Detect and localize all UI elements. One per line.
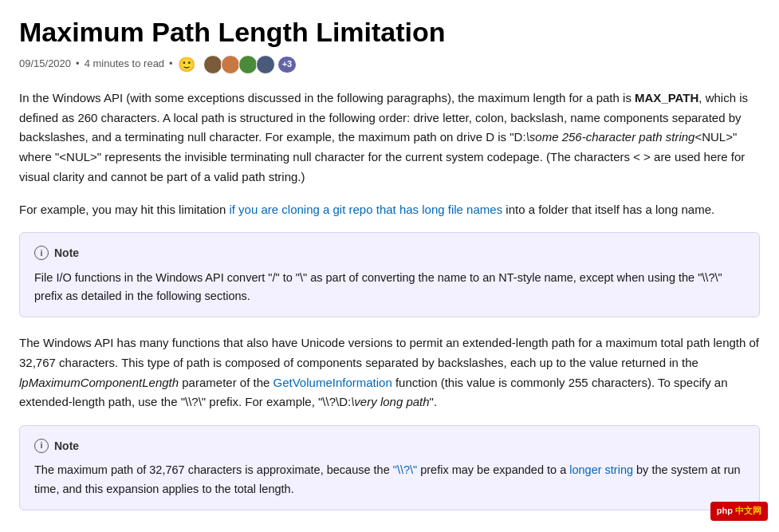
meta-row: 09/15/2020 • 4 minutes to read • 🙂 +3 [19, 55, 760, 74]
meta-read-time: 4 minutes to read [85, 56, 164, 73]
link-get-volume-info[interactable]: GetVolumeInformation [273, 376, 392, 389]
meta-date: 09/15/2020 [19, 56, 71, 73]
link-prefix[interactable]: "\\?\" [393, 463, 417, 476]
note-label-1: Note [54, 244, 79, 262]
contributor-avatars: +3 [203, 55, 297, 74]
link-longer-string[interactable]: longer string [569, 463, 633, 476]
note-body-1: File I/O functions in the Windows API co… [34, 269, 745, 305]
paragraph-2: For example, you may hit this limitation… [19, 200, 760, 220]
php-label: php [717, 506, 733, 515]
php-badge: php 中文网 [710, 502, 768, 521]
paragraph-1: In the Windows API (with some exceptions… [19, 89, 760, 187]
php-cn-label: 中文网 [735, 506, 761, 515]
note-box-1: i Note File I/O functions in the Windows… [19, 232, 760, 317]
emoji-avatar: 🙂 [178, 57, 195, 72]
note-icon-2: i [34, 439, 49, 453]
note-icon-1: i [34, 246, 49, 260]
note-header-2: i Note [34, 437, 745, 455]
avatar-1 [203, 55, 222, 74]
page-title: Maximum Path Length Limitation [19, 16, 760, 49]
paragraph-3: The Windows API has many functions that … [19, 333, 760, 412]
note-label-2: Note [54, 437, 79, 455]
link-git-repo[interactable]: if you are cloning a git repo that has l… [229, 203, 502, 216]
avatar-4 [256, 55, 275, 74]
note-header-1: i Note [34, 244, 745, 262]
avatar-3 [238, 55, 258, 74]
contributor-count-badge: +3 [278, 57, 297, 73]
avatar-2 [221, 55, 240, 74]
note-body-2: The maximum path of 32,767 characters is… [34, 461, 745, 498]
note-box-2: i Note The maximum path of 32,767 charac… [19, 425, 760, 510]
